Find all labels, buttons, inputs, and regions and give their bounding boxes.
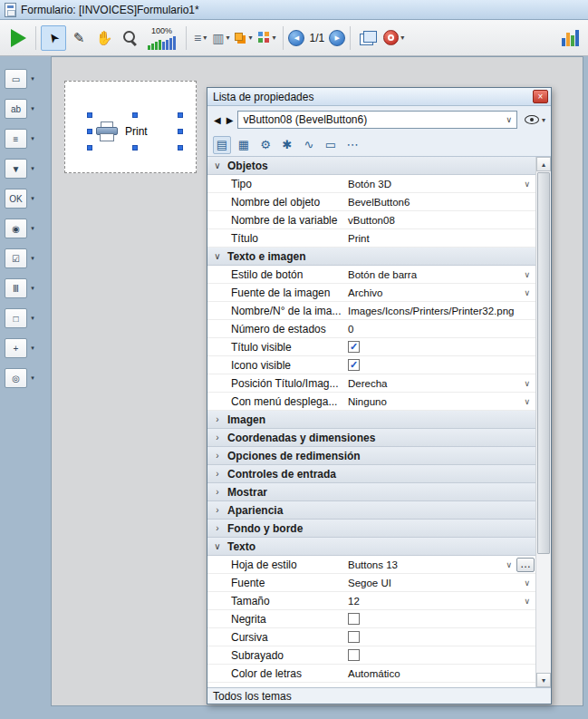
chevron-down-icon[interactable]: ∨ [524, 288, 530, 297]
curve-tab[interactable]: ∿ [300, 136, 318, 154]
property-value-text[interactable]: Buttons 13 [348, 559, 398, 570]
tool-item-input-field-tool[interactable]: ab▾ [5, 99, 38, 119]
rectangle-tool-icon[interactable]: □ [5, 308, 27, 328]
property-value[interactable] [346, 610, 535, 627]
scroll-up-icon[interactable]: ▴ [536, 157, 551, 171]
previous-page-button[interactable]: ◀ [288, 30, 304, 46]
chevron-down-icon[interactable]: ▾ [27, 75, 38, 83]
combo-box-tool-icon[interactable]: ▼ [5, 159, 27, 179]
move-tool-button[interactable]: ✋ [92, 25, 117, 51]
static-text-tool-icon[interactable]: ▭ [5, 69, 27, 89]
alignment-menu-button[interactable]: ≡▾ [191, 26, 209, 50]
color-grid-menu-button[interactable]: ▾ [255, 26, 278, 50]
chevron-down-icon[interactable]: ▾ [27, 285, 38, 292]
expand-icon[interactable]: › [207, 451, 227, 461]
button-grid-tool-icon[interactable]: Ⅲ [5, 278, 27, 298]
checkbox-unchecked[interactable] [348, 631, 360, 643]
property-value[interactable]: ✓ [346, 356, 535, 374]
property-value[interactable]: 12∨ [346, 592, 535, 609]
selection-handle[interactable] [87, 112, 92, 118]
section-header[interactable]: ›Mostrar [207, 483, 535, 501]
property-value-text[interactable]: BevelButton6 [348, 197, 410, 208]
panel-status-bar[interactable]: Todos los temas [207, 687, 551, 704]
section-header[interactable]: ›Fondo y borde [207, 520, 535, 538]
property-value[interactable]: vButton08 [346, 211, 535, 228]
tool-item-splitter-tool[interactable]: +▾ [5, 338, 38, 358]
chevron-down-icon[interactable]: ▾ [27, 105, 38, 112]
next-object-button[interactable]: ▶ [226, 115, 235, 125]
pointer-tool-button[interactable]: ➤ [41, 25, 66, 51]
chevron-down-icon[interactable]: ∨ [524, 379, 530, 388]
scroll-down-icon[interactable]: ▾ [536, 673, 551, 687]
stylesheet-ellipsis-button[interactable]: … [516, 558, 535, 572]
tool-item-checkbox-tool[interactable]: ☑▾ [5, 248, 38, 268]
property-panel-title-bar[interactable]: Lista de propiedades × [207, 88, 551, 106]
explorer-button[interactable] [557, 25, 583, 51]
scrollbar-thumb[interactable] [537, 172, 550, 554]
chevron-down-icon[interactable]: ∨ [524, 180, 530, 189]
display-tab[interactable]: ▭ [322, 136, 340, 154]
form-levels-button[interactable] [355, 25, 381, 51]
order-tool-button[interactable]: ✎ [66, 25, 92, 51]
property-value-text[interactable]: Automático [348, 668, 400, 679]
expand-icon[interactable]: › [207, 414, 227, 424]
chevron-down-icon[interactable]: ▾ [27, 315, 38, 322]
input-field-tool-icon[interactable]: ab [5, 99, 27, 119]
property-value-text[interactable]: 12 [348, 596, 360, 607]
zoom-control[interactable]: 100% [148, 26, 176, 50]
property-value[interactable]: Images/Icons/Printers/Printer32.png [346, 302, 535, 319]
section-header[interactable]: ∨Objetos [207, 157, 535, 175]
section-header[interactable]: ›Imagen [207, 411, 535, 429]
selection-handle[interactable] [132, 112, 138, 118]
chevron-down-icon[interactable]: ▾ [27, 195, 38, 202]
property-value[interactable]: 0 [346, 320, 535, 337]
chevron-down-icon[interactable]: ∨ [524, 270, 530, 279]
tool-item-list-box-tool[interactable]: ≡▾ [5, 129, 38, 149]
chevron-down-icon[interactable]: ∨ [524, 597, 530, 606]
chevron-down-icon[interactable]: ▾ [27, 225, 38, 232]
collapse-icon[interactable]: ∨ [207, 160, 227, 170]
chevron-down-icon[interactable]: ▾ [27, 345, 38, 352]
ok-button-tool-icon[interactable]: OK [5, 189, 27, 209]
expand-icon[interactable]: › [207, 505, 227, 515]
tool-item-button-grid-tool[interactable]: Ⅲ▾ [5, 278, 38, 298]
property-value[interactable] [346, 628, 535, 646]
chevron-down-icon[interactable]: ▾ [27, 165, 38, 172]
property-value-text[interactable]: Botón 3D [348, 179, 391, 189]
duplicate-menu-button[interactable]: ▾ [232, 26, 255, 50]
selection-handle[interactable] [178, 112, 183, 118]
section-header[interactable]: ›Opciones de redimensión [207, 447, 535, 465]
property-value[interactable] [346, 646, 535, 664]
selection-handle[interactable] [87, 145, 92, 151]
distribution-menu-button[interactable]: ▥▾ [209, 26, 232, 50]
chevron-down-icon[interactable]: ▾ [27, 255, 38, 262]
chevron-down-icon[interactable]: ▾ [27, 374, 38, 382]
checkbox-tool-icon[interactable]: ☑ [5, 248, 27, 268]
property-value-text[interactable]: Print [348, 233, 370, 244]
objects-tab[interactable]: ▤ [213, 136, 231, 154]
property-value-text[interactable]: vButton08 [348, 215, 395, 226]
property-value[interactable]: Print [346, 229, 535, 247]
property-value[interactable]: BevelButton6 [346, 193, 535, 210]
selection-handle[interactable] [178, 145, 183, 151]
zoom-tool-button[interactable] [117, 25, 142, 51]
gear-tab[interactable]: ⚙ [256, 136, 275, 154]
chevron-down-icon[interactable]: ∨ [524, 397, 530, 406]
more-tab[interactable]: ⋯ [343, 136, 361, 154]
section-header[interactable]: ∨Texto e imagen [207, 248, 535, 266]
action-tab[interactable]: ✱ [278, 136, 296, 154]
collapse-icon[interactable]: ∨ [207, 541, 227, 551]
property-value[interactable]: Botón 3D∨ [346, 175, 535, 192]
property-value[interactable]: ✓ [346, 338, 535, 355]
property-value[interactable]: Automático [346, 665, 535, 682]
expand-icon[interactable]: › [207, 469, 227, 479]
execute-form-button[interactable] [5, 25, 31, 51]
previous-object-button[interactable]: ◀ [213, 115, 222, 125]
picture-tab[interactable]: ▦ [235, 136, 253, 154]
property-value[interactable]: Archivo∨ [346, 284, 535, 301]
zoom-bars-icon[interactable] [148, 36, 176, 50]
close-icon[interactable]: × [533, 90, 548, 103]
section-header[interactable]: ›Apariencia [207, 501, 535, 520]
property-value-text[interactable]: Derecha [348, 378, 387, 389]
list-box-tool-icon[interactable]: ≡ [5, 129, 27, 149]
